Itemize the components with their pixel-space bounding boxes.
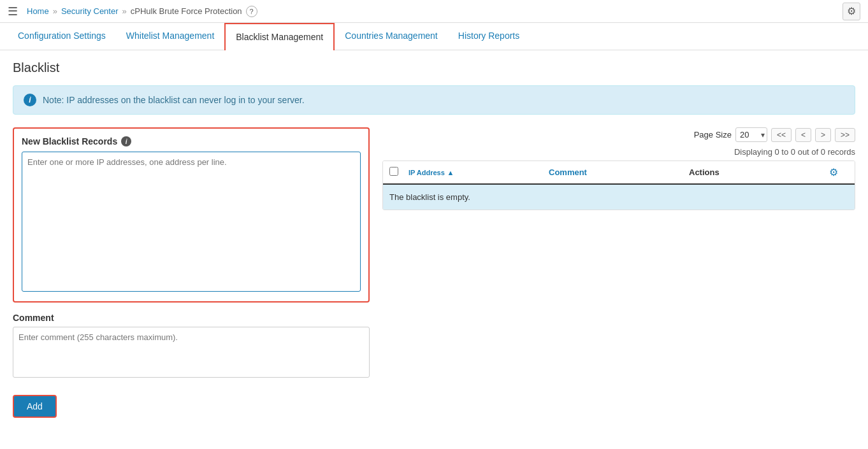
help-icon[interactable]: ? <box>246 6 257 17</box>
blacklist-table: IP Address ▲ Comment Actions ⚙ The black… <box>382 160 855 210</box>
breadcrumb-home[interactable]: Home <box>27 6 49 16</box>
new-records-info-icon[interactable]: i <box>121 136 131 146</box>
select-all-checkbox-cell[interactable] <box>389 167 409 178</box>
left-panel: New Blacklist Records i Comment Add <box>13 127 370 418</box>
comment-label: Comment <box>13 313 370 323</box>
nav-last-button[interactable]: >> <box>835 128 855 142</box>
ip-address-textarea[interactable] <box>22 152 361 292</box>
settings-gear-button[interactable]: ⚙ <box>843 3 860 20</box>
empty-table-row: The blacklist is empty. <box>383 185 855 210</box>
nav-next-button[interactable]: > <box>815 128 831 142</box>
nav-prev-button[interactable]: < <box>795 128 811 142</box>
note-text: Note: IP addresses on the blacklist can … <box>43 95 305 105</box>
page-size-label: Page Size <box>694 130 732 139</box>
breadcrumb-current: cPHulk Brute Force Protection <box>131 6 242 16</box>
tab-blacklist[interactable]: Blacklist Management <box>224 23 335 50</box>
col-header-actions: Actions <box>689 167 829 177</box>
new-records-label: New Blacklist Records <box>22 136 117 146</box>
page-title: Blacklist <box>13 61 855 75</box>
add-button[interactable]: Add <box>13 395 57 418</box>
content-grid: New Blacklist Records i Comment Add Page… <box>13 127 855 418</box>
new-blacklist-records-section: New Blacklist Records i <box>13 127 370 303</box>
form-section-title: New Blacklist Records i <box>22 136 361 146</box>
comment-section: Comment <box>13 313 370 387</box>
main-content: Blacklist i Note: IP addresses on the bl… <box>0 50 868 428</box>
hamburger-icon[interactable]: ☰ <box>8 4 18 18</box>
table-header: IP Address ▲ Comment Actions ⚙ <box>383 161 855 185</box>
note-box: i Note: IP addresses on the blacklist ca… <box>13 85 855 115</box>
table-gear-icon[interactable]: ⚙ <box>829 166 848 178</box>
tab-whitelist[interactable]: Whitelist Management <box>116 23 225 50</box>
breadcrumb-security-center[interactable]: Security Center <box>61 6 119 16</box>
tab-countries[interactable]: Countries Management <box>335 23 448 50</box>
note-info-icon: i <box>24 94 36 106</box>
breadcrumb: ☰ Home » Security Center » cPHulk Brute … <box>8 4 257 18</box>
table-controls: Page Size 20 10 50 100 << < > >> <box>382 127 855 142</box>
comment-textarea[interactable] <box>13 327 370 378</box>
top-bar: ☰ Home » Security Center » cPHulk Brute … <box>0 0 868 23</box>
displaying-text: Displaying 0 to 0 out of 0 records <box>382 147 855 157</box>
col-header-ip[interactable]: IP Address ▲ <box>409 167 549 177</box>
page-size-wrapper: 20 10 50 100 <box>735 127 767 142</box>
col-header-comment[interactable]: Comment <box>549 167 689 177</box>
page-size-select[interactable]: 20 10 50 100 <box>735 127 767 142</box>
tab-bar: Configuration Settings Whitelist Managem… <box>0 23 868 50</box>
tab-configuration[interactable]: Configuration Settings <box>8 23 116 50</box>
nav-first-button[interactable]: << <box>771 128 792 142</box>
top-bar-right: ⚙ <box>843 3 860 20</box>
select-all-checkbox[interactable] <box>389 167 398 176</box>
right-panel: Page Size 20 10 50 100 << < > >> Display… <box>382 127 855 418</box>
tab-history[interactable]: History Reports <box>448 23 530 50</box>
